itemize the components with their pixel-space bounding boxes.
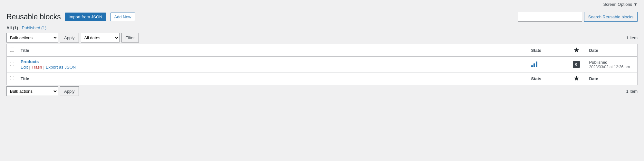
row-stats-cell bbox=[528, 57, 567, 72]
stats-bar-chart-icon bbox=[531, 61, 537, 67]
row-action-sep2: | bbox=[43, 65, 44, 70]
toolbar-left: Bulk actions Apply All dates Filter bbox=[6, 33, 139, 43]
search-reusable-blocks-button[interactable]: Search Reusable blocks bbox=[584, 12, 638, 22]
col-date-header[interactable]: Date bbox=[586, 44, 638, 57]
select-all-header bbox=[7, 44, 18, 57]
row-actions: Edit | Trash | Export as JSON bbox=[21, 65, 525, 70]
bar-segment bbox=[533, 63, 535, 67]
page-title: Reusable blocks bbox=[6, 13, 61, 21]
table-row: ProductsEdit | Trash | Export as JSON0Pu… bbox=[7, 57, 638, 72]
bar-segment bbox=[536, 62, 537, 67]
reusable-blocks-table: Title Stats ★ Date ProductsEdit | Trash … bbox=[6, 44, 638, 85]
row-checkbox-cell bbox=[7, 57, 18, 72]
table-header-row: Title Stats ★ Date bbox=[7, 44, 638, 57]
star-badge: 0 bbox=[573, 61, 580, 68]
row-title-link[interactable]: Products bbox=[21, 59, 39, 64]
screen-options-button[interactable]: Screen Options ▼ bbox=[603, 2, 638, 7]
bulk-actions-select-bottom[interactable]: Bulk actions bbox=[6, 86, 58, 96]
search-input[interactable] bbox=[518, 12, 582, 22]
filter-separator: | bbox=[19, 25, 20, 30]
bottom-toolbar-left: Bulk actions Apply bbox=[6, 86, 79, 96]
bottom-toolbar: Bulk actions Apply 1 item bbox=[6, 86, 638, 96]
main-content: Reusable blocks Import from JSON Add New… bbox=[0, 9, 644, 102]
bar-segment bbox=[531, 65, 533, 67]
chevron-down-icon: ▼ bbox=[633, 2, 638, 7]
add-new-button[interactable]: Add New bbox=[110, 13, 136, 21]
row-title-cell: ProductsEdit | Trash | Export as JSON bbox=[17, 57, 528, 72]
subsubsub: All (1) | Published (1) bbox=[6, 25, 46, 30]
top-bar: Screen Options ▼ bbox=[0, 0, 644, 9]
table-body: ProductsEdit | Trash | Export as JSON0Pu… bbox=[7, 57, 638, 72]
screen-options-label: Screen Options bbox=[603, 2, 632, 7]
item-count-top: 1 item bbox=[626, 35, 638, 40]
col-title-footer[interactable]: Title bbox=[17, 72, 528, 85]
col-star-header: ★ bbox=[567, 44, 586, 57]
row-checkbox[interactable] bbox=[10, 62, 14, 66]
select-all-checkbox[interactable] bbox=[10, 48, 14, 52]
top-toolbar: Bulk actions Apply All dates Filter 1 it… bbox=[6, 33, 638, 43]
published-date: 2023/03/02 at 12:36 am bbox=[589, 65, 634, 69]
page-wrapper: Screen Options ▼ Reusable blocks Import … bbox=[0, 0, 644, 161]
header-row: Reusable blocks Import from JSON Add New… bbox=[6, 12, 638, 22]
filter-all[interactable]: All (1) bbox=[6, 25, 18, 30]
col-stats-footer: Stats bbox=[528, 72, 567, 85]
trash-link[interactable]: Trash bbox=[32, 65, 42, 70]
edit-link[interactable]: Edit bbox=[21, 65, 28, 70]
import-from-json-button[interactable]: Import from JSON bbox=[65, 13, 106, 21]
apply-button-top[interactable]: Apply bbox=[60, 33, 79, 43]
filter-published[interactable]: Published (1) bbox=[22, 25, 47, 30]
row-date-cell: Published2023/03/02 at 12:36 am bbox=[586, 57, 638, 72]
col-title-header[interactable]: Title bbox=[17, 44, 528, 57]
select-all-footer bbox=[7, 72, 18, 85]
row-star-cell: 0 bbox=[567, 57, 586, 72]
filter-row: All (1) | Published (1) bbox=[6, 25, 638, 30]
all-dates-select[interactable]: All dates bbox=[81, 33, 120, 43]
filter-button[interactable]: Filter bbox=[121, 33, 139, 43]
star-icon-footer: ★ bbox=[574, 75, 579, 82]
bulk-actions-select-top[interactable]: Bulk actions bbox=[6, 33, 58, 43]
table-footer-row: Title Stats ★ Date bbox=[7, 72, 638, 85]
col-date-footer[interactable]: Date bbox=[586, 72, 638, 85]
col-stats-header: Stats bbox=[528, 44, 567, 57]
export-json-link[interactable]: Export as JSON bbox=[46, 65, 76, 70]
row-action-sep1: | bbox=[29, 65, 30, 70]
item-count-bottom: 1 item bbox=[626, 89, 638, 94]
search-row: Search Reusable blocks bbox=[518, 12, 638, 22]
apply-button-bottom[interactable]: Apply bbox=[60, 86, 79, 96]
published-status: Published bbox=[589, 60, 634, 65]
select-all-checkbox-footer[interactable] bbox=[10, 76, 14, 80]
header-left: Reusable blocks Import from JSON Add New bbox=[6, 13, 135, 21]
star-icon: ★ bbox=[574, 47, 579, 53]
col-star-footer: ★ bbox=[567, 72, 586, 85]
